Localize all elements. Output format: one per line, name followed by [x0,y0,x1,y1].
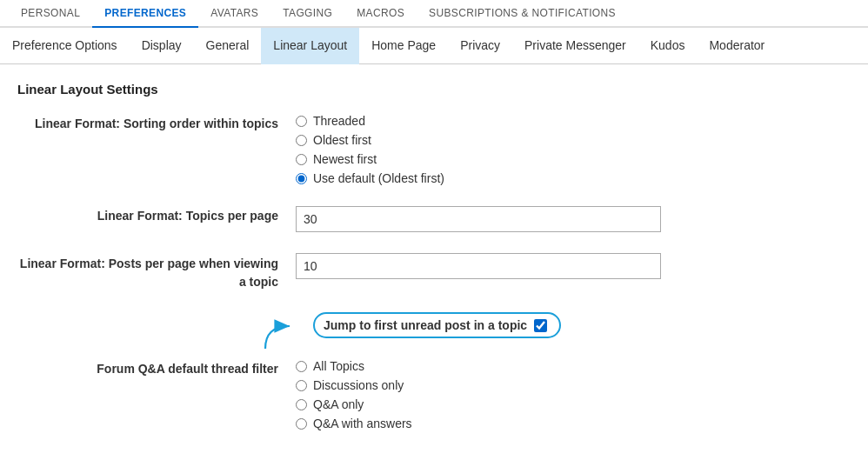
sorting-radio-group: Threaded Oldest first Newest first Use d… [296,114,765,185]
radio-qa-answers[interactable]: Q&A with answers [296,417,765,430]
top-nav-avatars[interactable]: AVATARS [198,0,270,28]
radio-threaded-input[interactable] [296,116,307,127]
radio-threaded-label: Threaded [313,114,365,128]
radio-discussions-input[interactable] [296,380,307,391]
posts-per-page-control [296,253,765,279]
jump-to-unread-checkbox[interactable] [534,319,547,332]
top-navigation: PERSONAL PREFERENCES AVATARS TAGGING MAC… [0,0,868,28]
radio-newest[interactable]: Newest first [296,152,765,166]
sorting-order-row: Linear Format: Sorting order within topi… [17,114,765,185]
radio-oldest[interactable]: Oldest first [296,133,765,147]
sorting-order-label: Linear Format: Sorting order within topi… [17,114,296,133]
radio-default-label: Use default (Oldest first) [313,171,444,185]
top-nav-macros[interactable]: MACROS [344,0,417,28]
section-title: Linear Layout Settings [17,82,765,97]
radio-all-topics[interactable]: All Topics [296,359,765,373]
radio-qa-answers-input[interactable] [296,418,307,430]
jump-to-unread-highlight: Jump to first unread post in a topic [313,312,561,338]
radio-default-input[interactable] [296,173,307,184]
sub-nav-general[interactable]: General [194,28,262,64]
sub-nav-private-messenger[interactable]: Private Messenger [512,28,638,64]
posts-per-page-input[interactable] [296,253,661,279]
radio-discussions-label: Discussions only [313,378,404,392]
sub-navigation: Preference Options Display General Linea… [0,28,868,64]
top-nav-subscriptions[interactable]: SUBSCRIPTIONS & NOTIFICATIONS [417,0,628,28]
sub-nav-display[interactable]: Display [130,28,194,64]
radio-qa-only[interactable]: Q&A only [296,397,765,411]
radio-newest-input[interactable] [296,154,307,165]
radio-all-topics-label: All Topics [313,359,364,373]
posts-per-page-label: Linear Format: Posts per page when viewi… [17,253,296,291]
jump-to-unread-label: Jump to first unread post in a topic [324,318,527,332]
topics-per-page-input[interactable] [296,206,661,232]
sub-nav-linear-layout[interactable]: Linear Layout [261,28,359,64]
radio-oldest-input[interactable] [296,135,307,146]
jump-to-unread-row: Jump to first unread post in a topic [17,312,765,338]
arrow-annotation [257,316,304,350]
top-nav-tagging[interactable]: TAGGING [270,0,344,28]
sub-nav-home-page[interactable]: Home Page [359,28,448,64]
sub-nav-kudos[interactable]: Kudos [638,28,698,64]
sub-nav-moderator[interactable]: Moderator [697,28,777,64]
radio-discussions-only[interactable]: Discussions only [296,378,765,392]
radio-qa-answers-label: Q&A with answers [313,417,412,430]
radio-qa-only-label: Q&A only [313,397,364,411]
sorting-order-options: Threaded Oldest first Newest first Use d… [296,114,765,185]
topics-per-page-label: Linear Format: Topics per page [17,206,296,225]
radio-oldest-label: Oldest first [313,133,371,147]
radio-default[interactable]: Use default (Oldest first) [296,171,765,185]
sub-nav-privacy[interactable]: Privacy [448,28,512,64]
radio-qa-only-input[interactable] [296,399,307,410]
topics-per-page-row: Linear Format: Topics per page [17,206,765,232]
main-content: Linear Layout Settings Linear Format: So… [0,64,783,460]
top-nav-personal[interactable]: PERSONAL [9,0,92,28]
posts-per-page-row: Linear Format: Posts per page when viewi… [17,253,765,291]
sub-nav-preference-options[interactable]: Preference Options [0,28,130,64]
forum-qa-radio-group: All Topics Discussions only Q&A only Q&A… [296,359,765,430]
forum-qa-label: Forum Q&A default thread filter [17,359,296,378]
top-nav-preferences[interactable]: PREFERENCES [92,0,198,28]
forum-qa-row: Forum Q&A default thread filter All Topi… [17,359,765,430]
radio-all-topics-input[interactable] [296,361,307,372]
radio-threaded[interactable]: Threaded [296,114,765,128]
forum-qa-options: All Topics Discussions only Q&A only Q&A… [296,359,765,430]
radio-newest-label: Newest first [313,152,377,166]
topics-per-page-control [296,206,765,232]
